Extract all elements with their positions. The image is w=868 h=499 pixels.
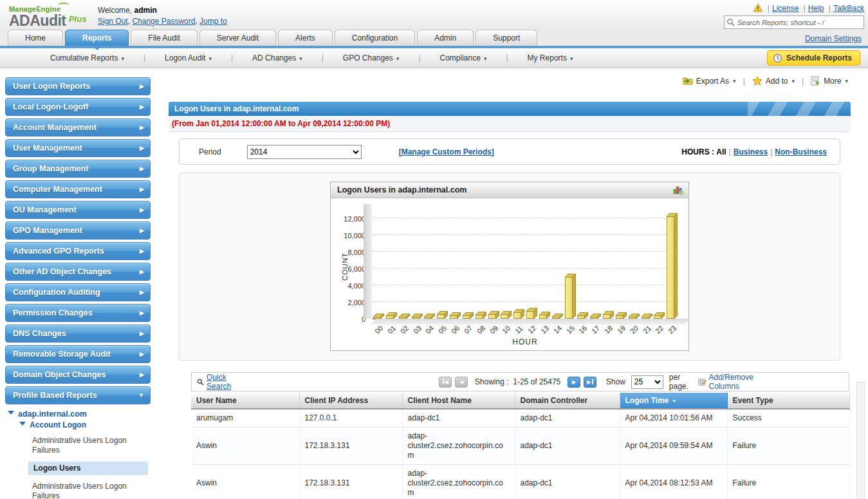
add-to-button[interactable]: Add to bbox=[752, 76, 795, 86]
column-header-user-name[interactable]: User Name bbox=[191, 393, 299, 409]
chart-bar-hour-08[interactable] bbox=[476, 315, 487, 319]
chart-bar-hour-01[interactable] bbox=[386, 315, 398, 319]
hours-option-business[interactable]: Business bbox=[734, 147, 768, 156]
first-page-button[interactable]: ◀ bbox=[439, 377, 452, 388]
chart-bar-hour-00[interactable] bbox=[373, 317, 385, 319]
chevron-right-icon: ▶ bbox=[140, 263, 144, 281]
sidebar-item-other-ad-object-changes[interactable]: Other AD Object Changes▶ bbox=[5, 263, 151, 281]
chart-bar-hour-15[interactable] bbox=[565, 277, 577, 319]
chart-bar-hour-23[interactable] bbox=[667, 216, 678, 319]
vertical-scrollbar[interactable] bbox=[856, 382, 865, 499]
chart-bar-hour-02[interactable] bbox=[399, 317, 411, 319]
license-link[interactable]: License bbox=[772, 4, 799, 13]
tree-section-account-logon[interactable]: Account Logon bbox=[5, 420, 151, 429]
search-input[interactable] bbox=[724, 15, 864, 29]
chart-bar-hour-04[interactable] bbox=[424, 317, 436, 319]
chart-bar-hour-13[interactable] bbox=[539, 315, 551, 319]
manage-custom-periods-link[interactable]: [Manage Custom Periods] bbox=[399, 147, 494, 156]
tab-configuration[interactable]: Configuration bbox=[335, 30, 415, 46]
sidebar-item-user-logon-reports[interactable]: User Logon Reports▶ bbox=[5, 77, 151, 95]
tree-item-logon-users[interactable]: Logon Users bbox=[28, 462, 148, 475]
subnav-item-compliance[interactable]: Compliance bbox=[440, 53, 487, 62]
chart-type-button[interactable] bbox=[673, 185, 685, 196]
talkback-link[interactable]: TalkBack bbox=[833, 4, 864, 13]
column-header-client-host-name[interactable]: Client Host Name bbox=[402, 393, 515, 409]
column-header-logon-time[interactable]: Logon Time bbox=[620, 393, 727, 409]
help-link[interactable]: Help bbox=[808, 4, 824, 13]
next-page-button[interactable]: ▶ bbox=[568, 377, 580, 388]
chart-bar-hour-14[interactable] bbox=[552, 317, 564, 319]
sidebar-item-local-logon-logoff[interactable]: Local Logon-Logoff▶ bbox=[5, 98, 151, 116]
subnav-item-ad-changes[interactable]: AD Changes bbox=[252, 53, 302, 62]
column-header-domain-controller[interactable]: Domain Controller bbox=[515, 393, 620, 409]
schedule-reports-button[interactable]: Schedule Reports bbox=[767, 50, 860, 66]
chart-bar-hour-22[interactable] bbox=[654, 315, 665, 319]
tab-reports[interactable]: Reports bbox=[65, 30, 129, 46]
subnav-item-logon-audit[interactable]: Logon Audit bbox=[165, 53, 212, 62]
chart-bar-hour-16[interactable] bbox=[577, 315, 589, 319]
search-icon bbox=[726, 18, 735, 26]
chart-bar-hour-05[interactable] bbox=[437, 314, 448, 319]
sidebar-item-account-management[interactable]: Account Management▶ bbox=[5, 118, 151, 137]
subnav-item-my-reports[interactable]: My Reports bbox=[528, 53, 573, 62]
sidebar-item-user-management[interactable]: User Management▶ bbox=[5, 139, 151, 157]
more-button[interactable]: More bbox=[811, 76, 848, 86]
tab-support[interactable]: Support bbox=[476, 30, 537, 46]
chart-bar-hour-20[interactable] bbox=[629, 317, 640, 319]
chart-bar-hour-17[interactable] bbox=[590, 317, 602, 319]
chart-bar-face bbox=[399, 317, 407, 319]
sidebar-item-advanced-gpo-reports[interactable]: Advanced GPO Reports▶ bbox=[5, 242, 151, 260]
chart-bar-hour-07[interactable] bbox=[463, 315, 474, 319]
export-as-button[interactable]: Export As bbox=[683, 76, 736, 86]
chart-bar-hour-21[interactable] bbox=[642, 317, 653, 319]
chart-x-tick-label: 11 bbox=[513, 325, 524, 335]
warning-icon[interactable] bbox=[753, 3, 763, 12]
chart-bar-face bbox=[526, 311, 534, 319]
period-select[interactable]: 2014 bbox=[247, 145, 362, 159]
chart-gridline bbox=[372, 218, 678, 218]
sidebar-item-removable-storage-audit[interactable]: Removable Storage Audit▶ bbox=[5, 345, 151, 363]
sign-out-link[interactable]: Sign Out bbox=[98, 17, 128, 26]
chart-bar-hour-10[interactable] bbox=[501, 314, 512, 319]
hours-option-all[interactable]: All bbox=[716, 147, 726, 156]
sidebar-item-group-management[interactable]: Group Management▶ bbox=[5, 160, 151, 178]
hours-option-non-business[interactable]: Non-Business bbox=[775, 147, 827, 156]
sidebar-item-domain-object-changes[interactable]: Domain Object Changes▶ bbox=[5, 366, 151, 384]
chart-bar-hour-09[interactable] bbox=[488, 314, 500, 319]
change-password-link[interactable]: Change Password bbox=[132, 17, 195, 26]
page-size-select[interactable]: 25 bbox=[631, 375, 663, 389]
jump-to-link[interactable]: Jump to bbox=[199, 17, 227, 26]
prev-page-button[interactable]: ◀ bbox=[455, 377, 468, 388]
subnav-item-cumulative-reports[interactable]: Cumulative Reports bbox=[50, 53, 124, 62]
column-header-event-type[interactable]: Event Type bbox=[727, 393, 849, 409]
quick-search-label: Quick Search bbox=[207, 373, 246, 391]
subnav-item-gpo-changes[interactable]: GPO Changes bbox=[343, 53, 400, 62]
add-remove-columns-button[interactable]: Add/Remove Columns bbox=[698, 373, 775, 391]
chart-bar-hour-19[interactable] bbox=[616, 315, 627, 319]
sidebar-item-profile-based-reports[interactable]: Profile Based Reports▼ bbox=[5, 386, 151, 404]
sidebar-item-gpo-management[interactable]: GPO Management▶ bbox=[5, 221, 151, 240]
sidebar-item-computer-management[interactable]: Computer Management▶ bbox=[5, 180, 151, 198]
quick-search-button[interactable]: Quick Search bbox=[197, 373, 246, 391]
column-header-client-ip-address[interactable]: Client IP Address bbox=[299, 393, 402, 409]
tree-item-administrative-users-logon-failures[interactable]: Administrative Users Logon Failures bbox=[5, 434, 151, 457]
tab-file-audit[interactable]: File Audit bbox=[131, 30, 197, 46]
sidebar-item-ou-management[interactable]: OU Management▶ bbox=[5, 201, 151, 219]
tab-alerts[interactable]: Alerts bbox=[278, 30, 333, 46]
chart-bar-hour-18[interactable] bbox=[603, 314, 614, 319]
last-page-button[interactable]: ▶ bbox=[584, 377, 596, 388]
sidebar-item-permission-changes[interactable]: Permission Changes▶ bbox=[5, 304, 151, 322]
tab-admin[interactable]: Admin bbox=[417, 30, 474, 46]
chart-bar-hour-12[interactable] bbox=[526, 311, 538, 319]
tree-item-administrative-users-logon-failures[interactable]: Administrative Users Logon Failures bbox=[5, 480, 151, 499]
chart-bar-hour-03[interactable] bbox=[412, 317, 423, 319]
chart-bar-hour-11[interactable] bbox=[513, 312, 525, 319]
domain-settings-link[interactable]: Domain Settings bbox=[805, 34, 862, 43]
tab-home[interactable]: Home bbox=[8, 30, 63, 46]
tree-domain[interactable]: adap.internal.com bbox=[5, 410, 151, 419]
chart-bar-hour-06[interactable] bbox=[450, 315, 461, 319]
sidebar-item-configuration-auditing[interactable]: Configuration Auditing▶ bbox=[5, 283, 151, 301]
tab-server-audit[interactable]: Server Audit bbox=[199, 30, 276, 46]
table-cell: adap-dc1 bbox=[402, 409, 515, 428]
sidebar-item-dns-changes[interactable]: DNS Changes▶ bbox=[5, 325, 151, 343]
